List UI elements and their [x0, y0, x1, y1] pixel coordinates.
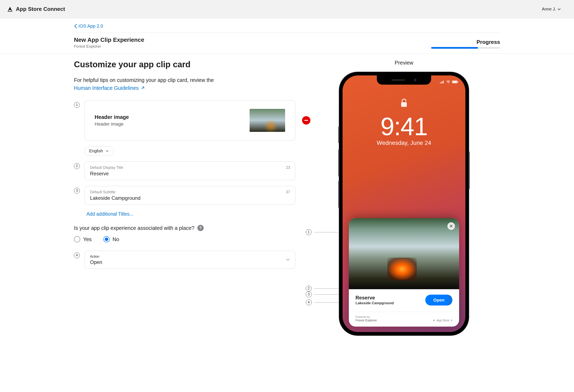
close-icon	[450, 225, 453, 227]
callout-2: 2	[306, 286, 312, 291]
phone-preview: 9:41 Wednesday, June 24 Reserv	[339, 72, 469, 335]
app-store-label: App Store	[437, 319, 450, 322]
clip-open-button[interactable]: Open	[425, 295, 452, 306]
lock-icon	[400, 98, 408, 108]
radio-yes[interactable]: Yes	[74, 236, 92, 242]
chevron-down-icon	[558, 8, 561, 10]
powered-by-app: Forest Explorer	[355, 318, 377, 322]
hig-link-label: Human Interface Guidelines	[74, 84, 139, 92]
subtitle-field[interactable]: Default Subtitle 37	[84, 186, 295, 205]
form-column: Customize your app clip card For helpful…	[74, 60, 295, 275]
preview-label: Preview	[395, 60, 413, 66]
svg-rect-8	[401, 102, 407, 107]
step-3-badge: 3	[74, 188, 80, 193]
row-place-question: Is your app clip experience associated w…	[74, 225, 295, 242]
clip-title: Reserve	[355, 295, 394, 301]
display-title-field[interactable]: Default Display Title 23	[84, 162, 295, 180]
hint-pre: For helpful tips on customizing your app…	[74, 77, 214, 83]
lock-time: 9:41	[380, 112, 428, 141]
preview-callouts: 1 2 3 4	[306, 72, 341, 335]
preview-column: Preview 1 2 3 4	[308, 60, 500, 335]
hig-link[interactable]: Human Interface Guidelines	[74, 84, 145, 92]
chevron-right-icon	[451, 319, 452, 322]
top-bar-title: App Store Connect	[16, 6, 65, 12]
row-action: 4 Action Open	[74, 251, 295, 269]
top-bar-left: App Store Connect	[7, 6, 65, 12]
row-add-titles: Add additional Titles...	[74, 210, 295, 219]
chevron-down-icon	[286, 258, 290, 261]
callout-3: 3	[306, 291, 312, 297]
app-store-connect-icon	[7, 6, 13, 12]
progress-fill	[431, 47, 478, 49]
progress: Progress	[431, 39, 500, 49]
language-select[interactable]: English	[84, 146, 114, 156]
display-title-label: Default Display Title	[90, 165, 290, 170]
page-header-titles: New App Clip Experience Forest Explorer	[74, 37, 144, 49]
app-clip-card: Reserve Lakeside Campground Open Powered…	[349, 218, 459, 327]
callout-4-arrow	[450, 296, 450, 305]
step-2-badge: 2	[74, 163, 80, 169]
header-image-thumb	[250, 109, 285, 132]
sub-header: iOS App 2.0 New App Clip Experience Fore…	[0, 18, 574, 54]
back-link[interactable]: iOS App 2.0	[74, 22, 103, 33]
add-titles-link[interactable]: Add additional Titles...	[84, 210, 133, 219]
progress-label: Progress	[431, 39, 500, 45]
chevron-left-icon	[74, 24, 77, 28]
row-header-image: 1 Header image Header image	[74, 100, 295, 140]
subtitle-input[interactable]	[90, 195, 290, 201]
subtitle-counter: 37	[286, 190, 290, 194]
app-store-icon	[432, 319, 435, 322]
clip-subtitle: Lakeside Campground	[355, 301, 394, 305]
action-value: Open	[90, 259, 290, 265]
clip-close-button[interactable]	[448, 222, 455, 230]
back-link-label: iOS App 2.0	[79, 23, 103, 29]
step-1-badge: 1	[74, 102, 80, 108]
user-name: Anne J.	[542, 7, 556, 12]
header-image-title: Header image	[95, 114, 129, 120]
app-store-link[interactable]: App Store	[432, 319, 452, 322]
language-value: English	[89, 148, 103, 153]
user-menu[interactable]: Anne J.	[542, 7, 567, 12]
display-title-input[interactable]	[90, 171, 290, 177]
row-title: 2 Default Display Title 23	[74, 162, 295, 180]
powered-by-label: Powered by	[355, 315, 377, 318]
radio-yes-label: Yes	[83, 236, 92, 242]
subtitle-label: Default Subtitle	[90, 190, 290, 194]
clip-card-image	[349, 218, 459, 289]
page-subtitle: Forest Explorer	[74, 44, 144, 49]
chevron-down-icon	[105, 150, 109, 152]
callout-4: 4	[306, 299, 312, 305]
header-image-subtitle: Header image	[95, 121, 129, 127]
hint-text: For helpful tips on customizing your app…	[74, 76, 295, 92]
radio-dot-icon	[74, 236, 80, 242]
radio-no[interactable]: No	[103, 236, 119, 242]
external-link-icon	[141, 86, 145, 90]
action-select[interactable]: Action Open	[84, 251, 295, 269]
section-title: Customize your app clip card	[74, 60, 295, 69]
help-icon[interactable]: ?	[197, 225, 204, 231]
top-bar: App Store Connect Anne J.	[0, 0, 574, 18]
place-question-text: Is your app clip experience associated w…	[74, 225, 194, 231]
header-image-card[interactable]: Header image Header image	[84, 100, 295, 140]
page-title: New App Clip Experience	[74, 37, 144, 43]
progress-bar	[431, 47, 500, 49]
row-subtitle: 3 Default Subtitle 37	[74, 186, 295, 205]
display-title-counter: 23	[286, 165, 290, 170]
action-label: Action	[90, 255, 290, 258]
radio-no-label: No	[113, 236, 119, 242]
phone-notch	[377, 75, 431, 85]
step-4-badge: 4	[74, 252, 80, 258]
lock-date: Wednesday, June 24	[377, 140, 431, 146]
radio-dot-icon	[103, 236, 110, 242]
row-language: English	[74, 146, 295, 156]
callout-1: 1	[306, 229, 312, 235]
